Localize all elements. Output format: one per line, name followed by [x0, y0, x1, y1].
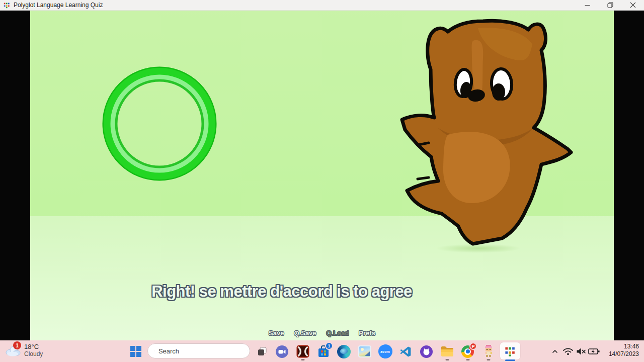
prefs-button[interactable]: Prefs	[359, 329, 375, 339]
pixel-sprite-app-button[interactable]	[478, 342, 499, 360]
weather-notification-badge: 1	[13, 341, 21, 349]
minimize-button[interactable]	[576, 0, 599, 11]
game-viewport: Right! se mettre d'accord is to agree Sa…	[30, 11, 614, 340]
polyglot-quiz-taskbar-button[interactable]	[499, 342, 521, 361]
bing-icon	[247, 346, 248, 356]
wifi-icon	[562, 345, 574, 357]
chevron-up-icon	[550, 347, 559, 356]
restore-button[interactable]	[599, 0, 621, 11]
store-notification-badge: 1	[325, 342, 333, 350]
bear-body-silhouette	[402, 21, 571, 244]
task-view-button[interactable]	[252, 342, 272, 360]
volume-button[interactable]	[575, 342, 588, 360]
quick-save-button[interactable]: Q.Save	[294, 329, 316, 339]
search-input[interactable]	[158, 347, 247, 355]
active-window-indicator	[505, 359, 515, 361]
windows-taskbar: 1 18°C Cloudy	[0, 340, 644, 362]
hidden-icons-button[interactable]	[548, 342, 561, 360]
weather-widget[interactable]: 1 18°C Cloudy	[4, 342, 43, 357]
quiz-feedback-text: Right! se mettre d'accord is to agree	[30, 283, 533, 301]
search-icon	[154, 347, 154, 355]
pixel-sprite-icon	[484, 345, 493, 358]
polyglot-app-icon	[4, 2, 10, 9]
folder-icon	[440, 345, 454, 357]
chat-video-icon	[275, 345, 289, 358]
window-titlebar: Polyglot Language Learning Quiz	[0, 0, 644, 11]
battery-charging-icon	[588, 345, 601, 357]
bear-right-pupil	[492, 83, 505, 101]
close-button[interactable]	[621, 0, 644, 11]
vscode-app-button[interactable]	[395, 342, 416, 360]
taskbar-clock[interactable]: 13:46 14/07/2023	[609, 343, 639, 358]
volume-muted-icon	[575, 345, 587, 357]
running-indicator	[466, 359, 469, 360]
clock-time: 13:46	[609, 343, 639, 350]
weather-temperature: 18°C	[24, 343, 43, 350]
task-view-icon	[257, 346, 268, 357]
wifi-button[interactable]	[561, 342, 575, 360]
battery-button[interactable]	[588, 342, 601, 360]
system-tray	[548, 342, 601, 360]
photos-app-button[interactable]	[354, 342, 375, 360]
windows-logo-icon	[130, 346, 141, 357]
restore-icon	[607, 2, 613, 8]
red-x-app-button[interactable]	[292, 342, 313, 360]
save-button[interactable]: Save	[269, 329, 284, 339]
edge-icon	[337, 345, 351, 358]
quick-load-button[interactable]: Q.Load	[327, 329, 349, 339]
github-desktop-app-button[interactable]	[416, 342, 437, 360]
clock-date: 14/07/2023	[609, 350, 639, 358]
minimize-icon	[585, 3, 590, 8]
window-title: Polyglot Language Learning Quiz	[14, 2, 576, 9]
green-ring-object[interactable]	[101, 63, 218, 184]
desktop-screen: Polyglot Language Learning Quiz	[0, 0, 644, 362]
start-button[interactable]	[125, 342, 146, 360]
running-indicator	[445, 359, 449, 360]
chat-app-button[interactable]	[272, 342, 292, 360]
zoom-icon: zoom	[378, 344, 392, 358]
weather-condition: Cloudy	[24, 350, 43, 357]
edge-app-button[interactable]	[334, 342, 354, 360]
github-desktop-icon	[420, 345, 433, 358]
zoom-app-button[interactable]: zoom	[375, 342, 395, 360]
file-explorer-button[interactable]	[437, 342, 457, 360]
vscode-icon	[399, 345, 412, 358]
red-x-app-icon	[296, 345, 309, 358]
quiz-menu-bar: Save Q.Save Q.Load Prefs	[30, 329, 614, 339]
photos-icon	[358, 345, 371, 357]
close-icon	[630, 2, 636, 8]
taskbar-search[interactable]	[147, 343, 250, 358]
zoom-icon-label: zoom	[380, 350, 390, 353]
polyglot-app-icon	[505, 346, 516, 357]
bear-character	[397, 13, 604, 254]
chrome-app-button[interactable]: P	[457, 342, 478, 360]
store-app-button[interactable]: 1	[313, 342, 334, 360]
running-indicator	[487, 359, 490, 360]
chrome-profile-badge: P	[469, 342, 477, 350]
game-window-region: Right! se mettre d'accord is to agree Sa…	[0, 11, 644, 340]
running-indicator	[301, 359, 304, 360]
